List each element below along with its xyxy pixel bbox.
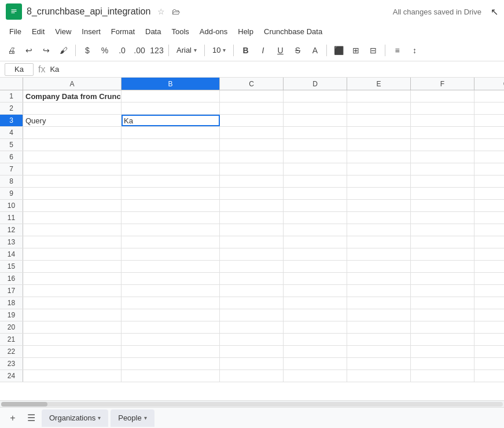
menu-crunchbase[interactable]: Crunchbase Data: [259, 25, 327, 38]
menu-format[interactable]: Format: [106, 25, 139, 38]
list-item[interactable]: [220, 90, 284, 102]
list-item[interactable]: [23, 248, 122, 260]
list-item[interactable]: [23, 358, 122, 370]
list-item[interactable]: [23, 175, 122, 187]
row-num-11[interactable]: 11: [0, 212, 23, 224]
row-num-17[interactable]: 17: [0, 285, 23, 297]
list-item[interactable]: [284, 115, 347, 126]
list-item[interactable]: [23, 309, 122, 321]
star-icon[interactable]: ☆: [157, 7, 165, 16]
menu-tools[interactable]: Tools: [167, 25, 193, 38]
list-item[interactable]: [474, 139, 504, 151]
list-item[interactable]: [474, 370, 504, 382]
list-item[interactable]: [411, 236, 474, 248]
list-item[interactable]: [284, 334, 347, 345]
list-item[interactable]: [122, 151, 220, 163]
list-item[interactable]: [347, 175, 411, 187]
row-num-20[interactable]: 20: [0, 321, 23, 333]
list-item[interactable]: [347, 151, 411, 163]
list-item[interactable]: [284, 309, 347, 321]
row-num-10[interactable]: 10: [0, 200, 23, 211]
list-item[interactable]: [122, 261, 220, 272]
list-item[interactable]: [474, 175, 504, 187]
list-item[interactable]: [23, 334, 122, 345]
list-item[interactable]: [220, 115, 284, 126]
list-item[interactable]: [474, 297, 504, 309]
list-item[interactable]: [474, 334, 504, 345]
col-header-e[interactable]: E: [347, 78, 411, 90]
list-item[interactable]: [411, 297, 474, 309]
formula-input[interactable]: [50, 65, 499, 74]
list-item[interactable]: [220, 163, 284, 175]
row-num-23[interactable]: 23: [0, 358, 23, 370]
list-item[interactable]: [347, 188, 411, 199]
horizontal-scrollbar[interactable]: [0, 400, 504, 407]
menu-file[interactable]: File: [5, 25, 26, 38]
list-item[interactable]: [122, 175, 220, 187]
align-button[interactable]: ≡: [389, 42, 405, 58]
list-item[interactable]: [284, 370, 347, 382]
list-item[interactable]: [122, 334, 220, 345]
list-item[interactable]: [220, 273, 284, 284]
list-item[interactable]: [122, 103, 220, 114]
list-item[interactable]: [284, 273, 347, 284]
text-color-button[interactable]: A: [307, 42, 323, 58]
list-item[interactable]: [411, 139, 474, 151]
list-item[interactable]: [122, 200, 220, 211]
list-item[interactable]: [474, 103, 504, 114]
list-item[interactable]: [23, 236, 122, 248]
list-item[interactable]: [411, 346, 474, 357]
list-item[interactable]: [411, 115, 474, 126]
list-item[interactable]: [411, 188, 474, 199]
list-item[interactable]: [347, 115, 411, 126]
decimal-increase-button[interactable]: .00: [131, 42, 148, 58]
list-item[interactable]: [220, 358, 284, 370]
list-item[interactable]: [23, 224, 122, 236]
row-num-7[interactable]: 7: [0, 163, 23, 175]
list-item[interactable]: [284, 163, 347, 175]
list-item[interactable]: [347, 273, 411, 284]
list-item[interactable]: [220, 224, 284, 236]
list-item[interactable]: [284, 285, 347, 297]
row-num-5[interactable]: 5: [0, 139, 23, 151]
list-item[interactable]: [284, 103, 347, 114]
list-item[interactable]: [284, 90, 347, 102]
list-item[interactable]: [220, 261, 284, 272]
list-item[interactable]: [347, 163, 411, 175]
list-item[interactable]: [23, 212, 122, 224]
list-item[interactable]: [284, 297, 347, 309]
list-item[interactable]: [284, 321, 347, 333]
list-item[interactable]: [474, 248, 504, 260]
list-item[interactable]: [23, 285, 122, 297]
list-item[interactable]: [122, 127, 220, 138]
col-header-c[interactable]: C: [220, 78, 284, 90]
list-item[interactable]: [474, 321, 504, 333]
menu-data[interactable]: Data: [141, 25, 165, 38]
list-item[interactable]: [347, 90, 411, 102]
menu-edit[interactable]: Edit: [27, 25, 49, 38]
list-item[interactable]: [411, 358, 474, 370]
list-item[interactable]: [23, 163, 122, 175]
list-item[interactable]: [23, 297, 122, 309]
list-item[interactable]: [122, 248, 220, 260]
list-item[interactable]: [284, 224, 347, 236]
number-format-button[interactable]: 123: [149, 42, 165, 58]
row-num-24[interactable]: 24: [0, 370, 23, 382]
list-item[interactable]: [474, 358, 504, 370]
list-item[interactable]: [284, 200, 347, 211]
list-item[interactable]: [23, 151, 122, 163]
col-header-f[interactable]: F: [411, 78, 474, 90]
list-item[interactable]: [411, 212, 474, 224]
list-item[interactable]: [220, 103, 284, 114]
list-item[interactable]: [474, 309, 504, 321]
list-item[interactable]: [284, 346, 347, 357]
list-item[interactable]: [347, 236, 411, 248]
list-item[interactable]: [411, 334, 474, 345]
row-num-9[interactable]: 9: [0, 188, 23, 199]
print-button[interactable]: 🖨: [3, 42, 20, 58]
list-item[interactable]: [23, 370, 122, 382]
strikethrough-button[interactable]: S: [289, 42, 306, 58]
menu-view[interactable]: View: [50, 25, 76, 38]
currency-button[interactable]: $: [79, 42, 95, 58]
list-item[interactable]: [220, 175, 284, 187]
